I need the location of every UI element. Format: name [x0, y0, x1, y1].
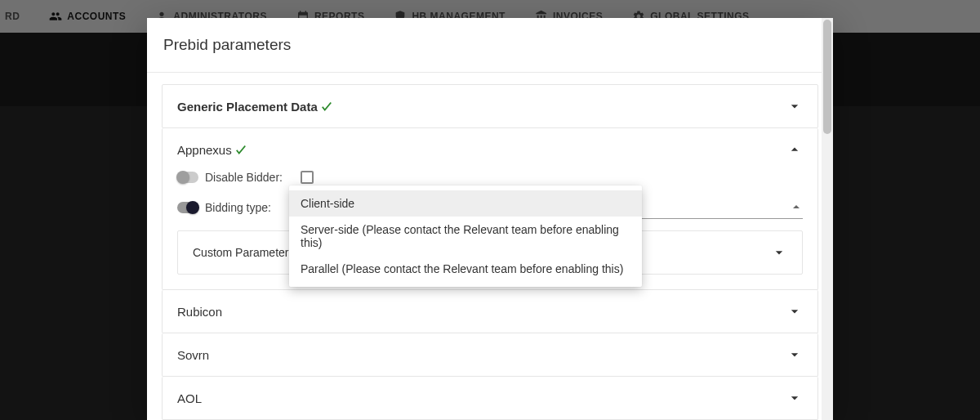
check-icon	[319, 99, 334, 114]
section-title: Generic Placement Data	[177, 99, 334, 114]
section-title: Sovrn	[177, 348, 209, 362]
chevron-down-icon	[786, 303, 803, 319]
disable-bidder-checkbox[interactable]	[301, 171, 314, 184]
section-title: AOL	[177, 391, 202, 405]
disable-bidder-row: Disable Bidder:	[177, 171, 803, 184]
arrow-up-icon	[793, 205, 800, 208]
section-header-appnexus[interactable]: Appnexus	[163, 128, 817, 171]
bidding-type-label: Bidding type:	[205, 201, 271, 214]
chevron-down-icon	[771, 244, 787, 261]
section-title: Custom Parameters	[193, 246, 294, 259]
dropdown-option-server-side[interactable]: Server-side (Please contact the Relevant…	[289, 217, 642, 256]
section-rubicon: Rubicon	[162, 290, 818, 333]
section-generic-placement: Generic Placement Data	[162, 84, 818, 128]
bidding-type-toggle[interactable]	[177, 202, 198, 213]
disable-bidder-toggle[interactable]	[177, 172, 198, 183]
chevron-down-icon	[786, 390, 803, 406]
chevron-down-icon	[786, 346, 803, 363]
section-title: Appnexus	[177, 142, 248, 157]
bidding-type-dropdown: Client-side Server-side (Please contact …	[289, 185, 642, 287]
dropdown-option-parallel[interactable]: Parallel (Please contact the Relevant te…	[289, 256, 642, 282]
section-sovrn: Sovrn	[162, 333, 818, 377]
toggle-knob	[186, 201, 199, 214]
modal-title: Prebid parameters	[163, 36, 817, 54]
disable-bidder-label: Disable Bidder:	[205, 171, 283, 184]
section-header-sovrn[interactable]: Sovrn	[163, 333, 817, 376]
section-title: Rubicon	[177, 305, 222, 319]
scrollbar-thumb[interactable]	[823, 20, 831, 134]
toggle-knob	[176, 171, 189, 184]
modal-header: Prebid parameters	[147, 18, 833, 73]
check-icon	[234, 142, 248, 157]
section-header-rubicon[interactable]: Rubicon	[163, 290, 817, 333]
section-header-aol[interactable]: AOL	[163, 377, 817, 419]
chevron-down-icon	[786, 98, 803, 114]
section-aol: AOL	[162, 377, 818, 420]
section-header-generic[interactable]: Generic Placement Data	[163, 85, 817, 127]
chevron-up-icon	[786, 141, 803, 158]
dropdown-option-client-side[interactable]: Client-side	[289, 190, 642, 217]
scrollbar-track[interactable]	[822, 18, 833, 420]
